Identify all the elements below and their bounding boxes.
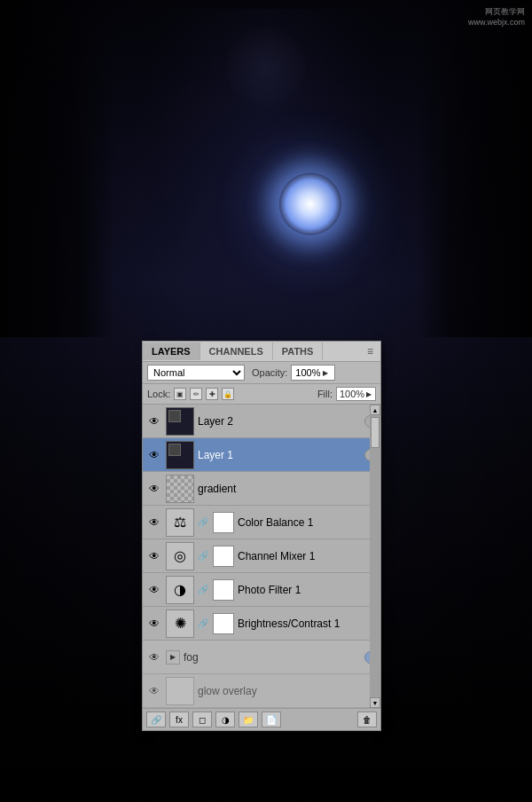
layer-name: Channel Mixer 1	[238, 550, 377, 562]
delete-layer-button[interactable]: 🗑	[357, 712, 377, 727]
layer-row[interactable]: 👁 ◑ 🔗 Photo Filter 1	[143, 573, 380, 607]
layers-panel: LAYERS CHANNELS PATHS ≡ Normal Multiply …	[142, 341, 381, 731]
lock-row: Lock: ▣ ✏ ✚ 🔒 Fill: 100% ▶	[143, 384, 380, 405]
fill-value[interactable]: 100% ▶	[336, 387, 376, 401]
layer-row[interactable]: 👁 Layer 1	[143, 438, 380, 472]
opacity-number: 100%	[295, 367, 320, 378]
visibility-toggle[interactable]: 👁	[146, 413, 162, 429]
panel-menu-button[interactable]: ≡	[360, 342, 380, 361]
layer-name: Brightness/Contrast 1	[238, 617, 377, 630]
opacity-arrow: ▶	[323, 369, 328, 377]
visibility-toggle[interactable]: 👁	[146, 515, 162, 531]
layer-row[interactable]: 👁 ▶ fog	[143, 641, 380, 674]
blend-mode-row: Normal Multiply Screen Overlay Opacity: …	[143, 362, 380, 384]
scroll-down-arrow[interactable]: ▼	[370, 697, 380, 708]
thumb-inner	[168, 410, 181, 422]
layer-name: Photo Filter 1	[238, 584, 377, 596]
chain-icon: 🔗	[198, 517, 208, 527]
layer-name: Layer 1	[198, 449, 361, 461]
layer-thumbnail	[166, 677, 194, 705]
layer-thumbnail	[166, 407, 194, 436]
add-mask-button[interactable]: ◻	[192, 712, 212, 727]
new-group-button[interactable]: 📁	[239, 712, 258, 727]
layer-type-icon: ▶	[166, 650, 180, 664]
watermark-line2: www.webjx.com	[468, 18, 525, 28]
opacity-label: Opacity:	[252, 367, 287, 378]
visibility-toggle[interactable]: 👁	[146, 447, 162, 463]
opacity-value[interactable]: 100% ▶	[291, 365, 335, 381]
mask-thumbnail	[213, 579, 234, 601]
new-adjustment-button[interactable]: ◑	[215, 712, 235, 727]
layer-row[interactable]: 👁 gradient	[143, 472, 380, 506]
blend-mode-select[interactable]: Normal Multiply Screen Overlay	[147, 365, 245, 381]
watermark-line1: 网页教学网	[468, 7, 525, 18]
scroll-thumb[interactable]	[371, 417, 379, 448]
tab-layers[interactable]: LAYERS	[143, 342, 200, 360]
layer-row[interactable]: 👁 glow overlay	[143, 674, 380, 708]
layer-thumbnail	[166, 475, 194, 503]
visibility-toggle[interactable]: 👁	[146, 683, 162, 699]
mask-thumbnail	[213, 546, 234, 567]
lock-move[interactable]: ✚	[206, 388, 218, 400]
visibility-toggle[interactable]: 👁	[146, 649, 162, 665]
tab-paths[interactable]: PATHS	[273, 342, 324, 360]
chain-icon: 🔗	[198, 585, 208, 594]
lock-all[interactable]: 🔒	[222, 388, 234, 400]
scroll-up-arrow[interactable]: ▲	[370, 405, 380, 415]
layer-name: fog	[184, 651, 361, 664]
layer-thumbnail: ⚖	[166, 508, 194, 537]
link-styles-button[interactable]: 🔗	[146, 712, 166, 727]
fill-number: 100%	[340, 389, 364, 399]
scroll-track	[370, 415, 380, 697]
layer-row[interactable]: 👁 ◎ 🔗 Channel Mixer 1	[143, 539, 380, 573]
layer-row[interactable]: 👁 ⚖ 🔗 Color Balance 1	[143, 506, 380, 539]
fill-label: Fill:	[317, 389, 332, 399]
lock-transparency[interactable]: ▣	[174, 388, 186, 400]
panel-scrollbar: ▲ ▼	[370, 405, 380, 708]
layer-thumbnail: ✺	[166, 609, 194, 638]
chain-icon: 🔗	[198, 551, 208, 561]
thumb-inner	[168, 444, 181, 456]
visibility-toggle[interactable]: 👁	[146, 582, 162, 598]
mask-thumbnail	[213, 512, 234, 533]
visibility-toggle[interactable]: 👁	[146, 548, 162, 564]
layer-thumbnail	[166, 441, 194, 469]
mask-thumbnail	[213, 613, 234, 634]
new-layer-button[interactable]: 📄	[262, 712, 281, 727]
layer-thumbnail: ◑	[166, 576, 194, 604]
visibility-toggle[interactable]: 👁	[146, 616, 162, 632]
panel-bottom-toolbar: 🔗 fx ◻ ◑ 📁 📄 🗑	[143, 708, 380, 730]
layers-list: 👁 Layer 2 👁 Layer 1 👁 gradient 👁 ⚖	[143, 405, 380, 708]
layer-name: glow overlay	[198, 685, 377, 697]
chain-icon: 🔗	[198, 618, 208, 628]
layer-thumbnail: ◎	[166, 542, 194, 570]
add-style-button[interactable]: fx	[169, 712, 189, 727]
layer-row[interactable]: 👁 ✺ 🔗 Brightness/Contrast 1	[143, 607, 380, 641]
lock-label: Lock:	[147, 389, 170, 399]
fill-arrow: ▶	[366, 390, 372, 398]
lock-paint[interactable]: ✏	[190, 388, 202, 400]
tab-channels[interactable]: CHANNELS	[200, 342, 273, 360]
layer-name: Color Balance 1	[238, 516, 377, 529]
watermark: 网页教学网 www.webjx.com	[468, 7, 525, 28]
layer-name: gradient	[198, 483, 377, 495]
panel-tabs: LAYERS CHANNELS PATHS ≡	[143, 342, 380, 362]
visibility-toggle[interactable]: 👁	[146, 481, 162, 497]
layer-name: Layer 2	[198, 415, 361, 428]
layer-row[interactable]: 👁 Layer 2	[143, 405, 380, 438]
